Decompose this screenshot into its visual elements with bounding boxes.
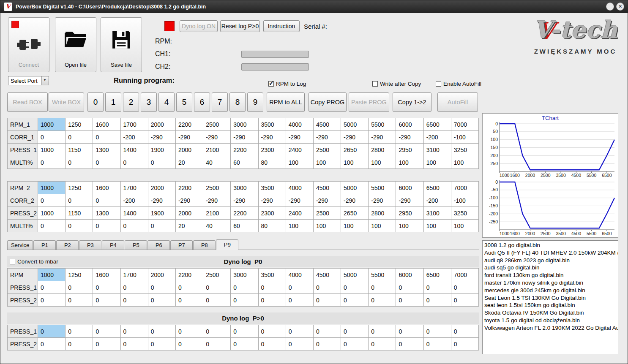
table-cell[interactable]: 0	[258, 338, 286, 350]
table-cell[interactable]: 3000	[231, 182, 258, 194]
table-cell[interactable]: 0	[38, 325, 66, 338]
table-cell[interactable]: 0	[175, 338, 203, 350]
table-cell[interactable]: 0	[148, 294, 175, 307]
table-cell[interactable]: 1000	[38, 144, 66, 156]
table-cell[interactable]: 0	[203, 338, 231, 350]
table-cell[interactable]: 0	[396, 294, 423, 307]
table-cell[interactable]: 0	[451, 294, 478, 307]
rpm-to-log-checkbox-box[interactable]	[268, 81, 274, 87]
table-cell[interactable]: 40	[203, 156, 231, 169]
table-cell[interactable]: 2000	[175, 144, 203, 156]
table-cell[interactable]: 2400	[286, 207, 313, 220]
copy-1-to-2-button[interactable]: Copy 1->2	[393, 92, 431, 112]
table-cell[interactable]: 6000	[396, 182, 423, 194]
table-cell[interactable]: 0	[423, 338, 451, 350]
write-after-copy-checkbox[interactable]: Write after Copy	[372, 81, 421, 87]
table-cell[interactable]: -290	[175, 131, 203, 144]
instruction-button[interactable]: Instruction	[263, 20, 300, 32]
table-cell[interactable]: 7000	[451, 182, 478, 194]
tab-service[interactable]: Service	[7, 240, 33, 250]
table-cell[interactable]: -290	[369, 194, 396, 207]
table-cell[interactable]: 1150	[66, 144, 93, 156]
read-box-button[interactable]: Read BOX	[7, 92, 48, 112]
table-cell[interactable]: 1000	[38, 182, 66, 194]
table-cell[interactable]: -290	[369, 131, 396, 144]
table-cell[interactable]: 0	[148, 325, 175, 338]
table-cell[interactable]: 7000	[451, 118, 478, 131]
table-cell[interactable]: 0	[38, 156, 66, 169]
table-cell[interactable]: 2950	[396, 144, 423, 156]
table-cell[interactable]: 4000	[286, 118, 313, 131]
table-cell[interactable]: 0	[341, 294, 369, 307]
table-cell[interactable]: 1250	[66, 182, 93, 194]
file-list-item[interactable]: Volkswagen Arteon FL 2.0 190KM 2022 Go D…	[483, 324, 618, 332]
table-cell[interactable]: 0	[341, 281, 369, 294]
table-cell[interactable]: 0	[203, 294, 231, 307]
table-cell[interactable]: -290	[341, 194, 369, 207]
table-cell[interactable]: 5500	[369, 118, 396, 131]
table-cell[interactable]: 1300	[93, 207, 120, 220]
table-cell[interactable]: 100	[313, 156, 341, 169]
table-cell[interactable]: 1600	[93, 269, 120, 281]
table-cell[interactable]: 2000	[148, 118, 175, 131]
table-cell[interactable]: 6000	[396, 118, 423, 131]
table-cell[interactable]: 0	[286, 325, 313, 338]
table-cell[interactable]: 0	[38, 294, 66, 307]
table-cell[interactable]: 0	[93, 220, 120, 232]
table-cell[interactable]: -290	[286, 131, 313, 144]
table-cell[interactable]: 2300	[258, 144, 286, 156]
table-cell[interactable]: 20	[175, 220, 203, 232]
table-cell[interactable]: 60	[231, 156, 258, 169]
table-cell[interactable]: 0	[423, 325, 451, 338]
table-cell[interactable]: 1000	[38, 269, 66, 281]
table-cell[interactable]: 5500	[369, 182, 396, 194]
table-cell[interactable]: -290	[313, 131, 341, 144]
save-file-button[interactable]: Save file	[101, 17, 142, 72]
table-cell[interactable]: 0	[66, 294, 93, 307]
table-cell[interactable]: 0	[38, 220, 66, 232]
file-list-item[interactable]: ford transit 130km go digital.bin	[483, 272, 618, 279]
autofill-button[interactable]: AutoFill	[437, 92, 478, 112]
table-cell[interactable]: 2800	[369, 207, 396, 220]
digit-button-4[interactable]: 4	[158, 92, 175, 112]
digit-button-5[interactable]: 5	[176, 92, 192, 112]
table-cell[interactable]: 0	[396, 281, 423, 294]
tab-p5[interactable]: P5	[125, 240, 147, 250]
table-cell[interactable]: 1250	[66, 269, 93, 281]
table-cell[interactable]: 1000	[38, 207, 66, 220]
table-cell[interactable]: 0	[369, 294, 396, 307]
table-cell[interactable]: 2300	[258, 207, 286, 220]
table-cell[interactable]: 2100	[203, 207, 231, 220]
tab-p3[interactable]: P3	[79, 240, 101, 250]
table-cell[interactable]: 0	[203, 325, 231, 338]
table-cell[interactable]: 0	[258, 294, 286, 307]
close-button[interactable]: ✕	[616, 3, 624, 11]
table-cell[interactable]: 0	[66, 131, 93, 144]
table-cell[interactable]: 0	[286, 294, 313, 307]
table-cell[interactable]: -290	[258, 194, 286, 207]
table-cell[interactable]: -290	[341, 131, 369, 144]
table-cell[interactable]: 0	[120, 281, 148, 294]
table-cell[interactable]: -290	[396, 131, 423, 144]
table-cell[interactable]: 0	[175, 325, 203, 338]
table-cell[interactable]: 0	[93, 131, 120, 144]
table-cell[interactable]: 1700	[120, 118, 148, 131]
table-cell[interactable]: 0	[148, 281, 175, 294]
table-cell[interactable]: 100	[313, 220, 341, 232]
table-cell[interactable]: 100	[369, 156, 396, 169]
table-cell[interactable]: 0	[231, 338, 258, 350]
digit-button-1[interactable]: 1	[105, 92, 121, 112]
table-cell[interactable]: 1600	[93, 118, 120, 131]
table-cell[interactable]: 4000	[286, 269, 313, 281]
table-cell[interactable]: 0	[231, 294, 258, 307]
table-cell[interactable]: -290	[203, 194, 231, 207]
write-box-button[interactable]: Write BOX	[49, 92, 84, 112]
table-cell[interactable]: -290	[203, 131, 231, 144]
copy-prog-button[interactable]: Copy PROG	[309, 92, 347, 112]
table-cell[interactable]: 100	[423, 156, 451, 169]
table-cell[interactable]: 100	[451, 220, 478, 232]
table-cell[interactable]: -290	[258, 131, 286, 144]
table-cell[interactable]: 0	[93, 194, 120, 207]
table-cell[interactable]: 100	[369, 220, 396, 232]
table-cell[interactable]: 6500	[423, 118, 451, 131]
